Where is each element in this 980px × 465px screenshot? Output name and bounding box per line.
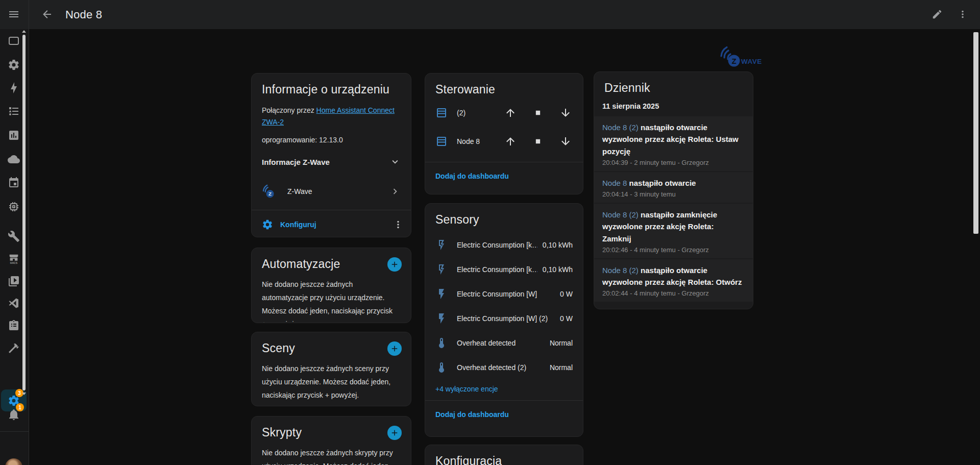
plus-icon xyxy=(390,428,399,437)
notifications-badge: 1 xyxy=(16,403,24,411)
controls-add-to-dashboard-button[interactable]: Dodaj do dashboardu xyxy=(425,162,583,190)
logbook-timestamp: 20:02:46 - 4 minuty temu - Grzegorz xyxy=(602,246,745,254)
arrow-up-icon xyxy=(504,135,517,148)
sidebar-item-notifications[interactable]: 1 xyxy=(4,404,24,425)
sidebar-item-overview[interactable] xyxy=(4,31,24,51)
back-arrow-icon[interactable] xyxy=(37,4,57,25)
logbook-entry[interactable]: Node 8 (2) nastąpiło zamknięcie wyzwolon… xyxy=(594,204,753,258)
hammer-dev-tools-icon xyxy=(8,342,20,354)
edit-pencil-icon[interactable] xyxy=(927,4,947,25)
automations-empty-text: Nie dodano jeszcze żadnych automatyzacje… xyxy=(262,278,401,323)
sensor-name: Electric Consumption [k… xyxy=(457,241,537,249)
cover-open-button[interactable] xyxy=(504,107,517,119)
sidebar-item-media[interactable] xyxy=(4,271,24,291)
zwave-info-expander[interactable]: Informacje Z-Wave xyxy=(262,156,401,167)
sidebar-item-vscode[interactable] xyxy=(4,293,24,313)
sidebar-item-cloud[interactable] xyxy=(4,149,24,169)
logbook-entity-link[interactable]: Node 8 xyxy=(602,179,627,187)
configure-button[interactable]: Konfiguruj xyxy=(280,221,393,229)
sidebar-item-esphome[interactable] xyxy=(4,197,24,217)
thermometer-icon xyxy=(435,361,448,374)
logbook-entity-link[interactable]: Node 8 (2) xyxy=(602,266,639,275)
logbook-title: Dziennik xyxy=(604,81,743,95)
sidebar-item-config-dashboard[interactable] xyxy=(4,55,24,75)
dots-vertical-menu-icon[interactable] xyxy=(952,4,973,25)
sensor-name: Overheat detected xyxy=(457,339,545,347)
device-info-card: Informacje o urządzeniu Połączony przez … xyxy=(251,73,411,237)
zwave-config-entry-row[interactable]: Z Z-Wave xyxy=(262,184,401,199)
device-menu-dots-icon[interactable] xyxy=(393,219,404,230)
sidebar-scroll-down-arrow[interactable] xyxy=(22,393,26,395)
sidebar-scroll-up-arrow[interactable] xyxy=(22,30,26,33)
controls-title: Sterowanie xyxy=(435,83,573,96)
cover-close-button[interactable] xyxy=(559,135,572,148)
zwave-logo-z: Z xyxy=(731,57,736,65)
sidebar-item-hacs[interactable]: HACS xyxy=(4,249,24,270)
sidebar-item-supervisor[interactable] xyxy=(4,226,24,247)
sidebar-item-calendar[interactable] xyxy=(4,173,24,193)
sidebar-item-history[interactable] xyxy=(4,125,24,145)
add-scene-button[interactable] xyxy=(387,341,402,356)
cover-open-button[interactable] xyxy=(504,135,517,148)
add-script-button[interactable] xyxy=(387,426,402,440)
sensor-row[interactable]: Electric Consumption [k… 0,10 kWh xyxy=(425,233,583,257)
wrench-icon xyxy=(8,230,20,242)
history-chart-icon xyxy=(8,129,20,141)
sidebar-scrollbar[interactable] xyxy=(22,35,26,390)
scripts-card: Skrypty Nie dodano jeszcze żadnych skryp… xyxy=(251,416,411,465)
sensor-name: Overheat detected (2) xyxy=(457,363,545,372)
sensor-value: 0,10 kWh xyxy=(543,265,573,274)
avatar[interactable] xyxy=(5,458,22,465)
stop-icon xyxy=(533,136,543,146)
cover-name[interactable]: (2) xyxy=(457,109,489,117)
sensor-row[interactable]: Overheat detected Normal xyxy=(425,331,583,355)
main-scrollbar[interactable] xyxy=(973,32,978,234)
logbook-entry[interactable]: Node 8 nastąpiło otwarcie 20:04:14 - 3 m… xyxy=(594,172,753,203)
sensor-value: 0 W xyxy=(560,290,573,298)
disabled-entities-link[interactable]: +4 wyłączone encje xyxy=(425,380,583,400)
logbook-timestamp: 20:04:39 - 2 minuty temu - Grzegorz xyxy=(602,159,745,166)
cover-stop-button[interactable] xyxy=(532,107,544,119)
sensor-value: 0,10 kWh xyxy=(543,241,573,249)
logbook-entity-link[interactable]: Node 8 (2) xyxy=(602,210,639,219)
zwave-logo-wave: WAVE xyxy=(741,58,762,65)
menu-icon[interactable] xyxy=(4,4,24,25)
sensor-value: Normal xyxy=(550,339,573,347)
logbook-entity-link[interactable]: Node 8 (2) xyxy=(602,123,639,132)
energy-bolt-icon xyxy=(8,82,20,94)
connected-via-prefix: Połączony przez xyxy=(262,106,316,114)
firmware-text: oprogramowanie: 12.13.0 xyxy=(262,134,401,146)
sidebar-item-todo[interactable] xyxy=(4,315,24,336)
add-automation-button[interactable] xyxy=(387,257,402,272)
sidebar-item-developer-tools[interactable] xyxy=(4,338,24,358)
thermometer-icon xyxy=(435,337,448,349)
sensor-row[interactable]: Electric Consumption [W] 0 W xyxy=(425,282,583,306)
sensor-row[interactable]: Overheat detected (2) Normal xyxy=(425,355,583,380)
sidebar-item-energy[interactable] xyxy=(4,78,24,98)
cover-close-button[interactable] xyxy=(559,107,572,119)
scripts-title: Skrypty xyxy=(262,426,401,439)
calendar-icon xyxy=(8,177,20,189)
zwave-info-label: Informacje Z-Wave xyxy=(262,158,330,166)
cover-name[interactable]: Node 8 xyxy=(457,137,489,145)
flash-icon xyxy=(435,312,448,325)
chevron-right-icon xyxy=(389,186,401,197)
logbook-date-header: 11 sierpnia 2025 xyxy=(594,95,753,116)
stop-icon xyxy=(533,108,543,118)
scripts-empty-text: Nie dodano jeszcze żadnych skrypty przy … xyxy=(262,447,401,465)
configure-row: Konfiguruj xyxy=(252,210,411,237)
logbook-entry[interactable]: Node 8 (2) nastąpiło otwarcie wyzwolone … xyxy=(594,259,753,302)
sidebar-item-lists[interactable] xyxy=(4,101,24,121)
cover-stop-button[interactable] xyxy=(532,135,544,148)
sensor-value: 0 W xyxy=(560,314,573,323)
gear-icon xyxy=(262,219,273,230)
scenes-card: Sceny Nie dodano jeszcze żadnych sceny p… xyxy=(251,332,411,406)
sensors-add-to-dashboard-button[interactable]: Dodaj do dashboardu xyxy=(425,401,583,428)
sensor-row[interactable]: Electric Consumption [W] (2) 0 W xyxy=(425,306,583,331)
logbook-entry[interactable]: Node 8 (2) nastąpiło otwarcie wyzwolone … xyxy=(594,116,753,171)
zwave-brand-logo: Z WAVE xyxy=(717,44,766,72)
arrow-up-icon xyxy=(504,107,517,119)
flash-icon xyxy=(435,288,448,300)
sensor-row[interactable]: Electric Consumption [k… 0,10 kWh xyxy=(425,257,583,282)
page-title: Node 8 xyxy=(65,8,102,21)
